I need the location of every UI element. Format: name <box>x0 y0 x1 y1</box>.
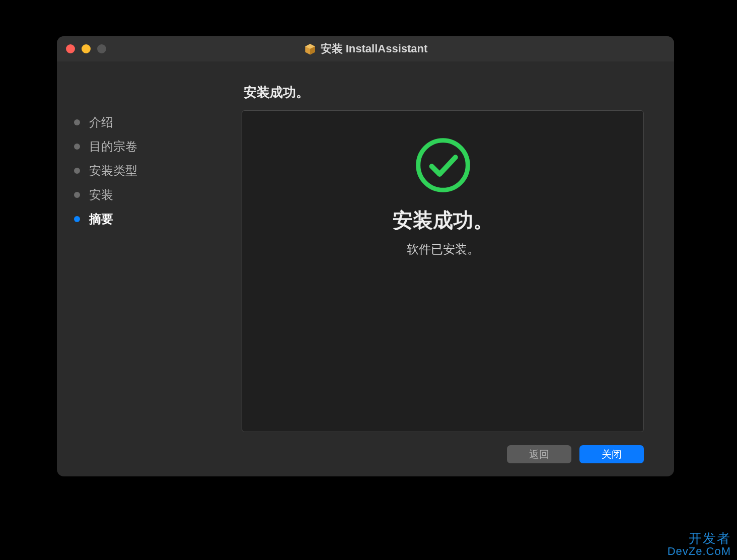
step-dot <box>74 168 80 174</box>
step-dot <box>74 144 80 150</box>
result-panel: 安装成功。 软件已安装。 <box>242 110 644 432</box>
step-summary: 摘要 <box>74 211 231 227</box>
step-dot <box>74 216 80 222</box>
step-label: 介绍 <box>89 114 113 130</box>
watermark: 开发者 DevZe.CoM <box>668 532 731 557</box>
footer: 返回 关闭 <box>57 432 674 476</box>
success-check-icon <box>415 137 471 195</box>
step-introduction: 介绍 <box>74 114 231 130</box>
step-installation: 安装 <box>74 187 231 203</box>
package-icon <box>304 42 317 55</box>
success-subtitle: 软件已安装。 <box>407 241 479 257</box>
main-panel: 安装成功。 安装成功。 软件已安装。 <box>231 61 674 432</box>
titlebar: 安装 InstallAssistant <box>57 36 674 61</box>
success-title: 安装成功。 <box>393 206 493 234</box>
svg-point-3 <box>418 141 468 190</box>
close-button[interactable]: 关闭 <box>579 445 644 463</box>
window-title: 安装 InstallAssistant <box>304 41 428 56</box>
step-dot <box>74 119 80 125</box>
content-row: 介绍 目的宗卷 安装类型 安装 摘要 <box>57 61 674 432</box>
watermark-line1: 开发者 <box>668 532 731 545</box>
installer-window: 安装 InstallAssistant 介绍 目的宗卷 安装类型 <box>57 36 674 476</box>
step-label: 摘要 <box>89 211 113 227</box>
zoom-window-button[interactable] <box>97 44 106 53</box>
minimize-window-button[interactable] <box>82 44 91 53</box>
traffic-lights <box>66 44 106 53</box>
window-body: 介绍 目的宗卷 安装类型 安装 摘要 <box>57 61 674 476</box>
step-installation-type: 安装类型 <box>74 163 231 179</box>
step-label: 目的宗卷 <box>89 138 137 155</box>
back-button[interactable]: 返回 <box>507 445 571 463</box>
watermark-line2: DevZe.CoM <box>668 545 731 557</box>
close-window-button[interactable] <box>66 44 75 53</box>
steps-sidebar: 介绍 目的宗卷 安装类型 安装 摘要 <box>57 61 231 432</box>
panel-heading: 安装成功。 <box>244 84 644 101</box>
step-dot <box>74 192 80 198</box>
step-label: 安装 <box>89 187 113 203</box>
window-title-text: 安装 InstallAssistant <box>321 41 428 56</box>
step-destination: 目的宗卷 <box>74 138 231 155</box>
step-label: 安装类型 <box>89 163 137 179</box>
